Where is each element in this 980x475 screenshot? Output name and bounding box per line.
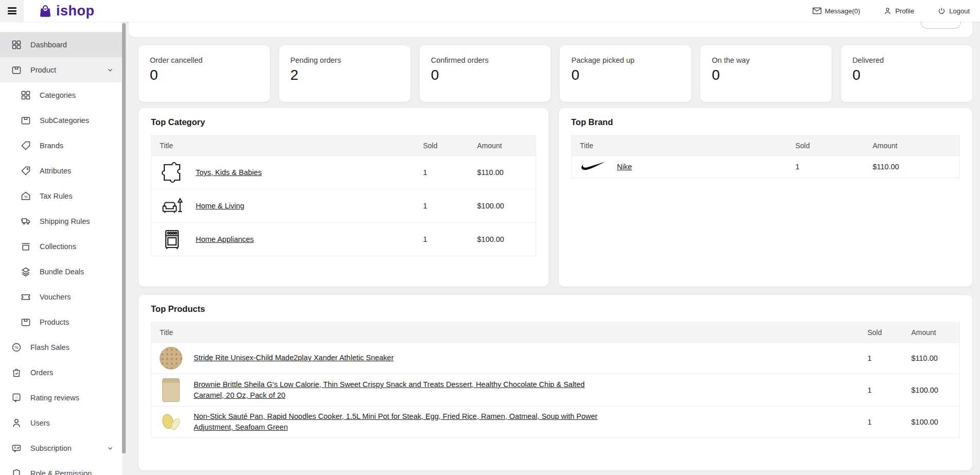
amount-cell: $110.00 <box>903 343 960 374</box>
shopping-bag-icon <box>38 4 53 18</box>
product-image <box>162 378 180 402</box>
stat-value: 0 <box>852 67 961 83</box>
logout-label: Logout <box>949 7 970 15</box>
product-image <box>160 347 182 370</box>
user-icon <box>884 7 891 15</box>
sidebar: Dashboard Product Categories <box>0 22 126 475</box>
table-row: Non-Stick Sauté Pan, Rapid Noodles Cooke… <box>151 407 960 438</box>
sidebar-item-subscription[interactable]: A Subscription <box>0 435 126 461</box>
hamburger-icon <box>8 6 16 16</box>
messages-link[interactable]: Message(0) <box>813 7 861 15</box>
sold-cell: 1 <box>859 343 903 374</box>
sidebar-item-product[interactable]: Product <box>0 57 126 82</box>
profile-label: Profile <box>895 7 914 15</box>
top-products-panel: Top Products Title Sold Amount Stride Ri… <box>139 295 972 470</box>
stat-label: Delivered <box>852 56 961 64</box>
svg-text:☆: ☆ <box>14 395 18 400</box>
sidebar-scrollbar-thumb[interactable] <box>122 23 126 453</box>
puzzle-icon <box>160 160 184 185</box>
column-header-title: Title <box>572 136 787 156</box>
sidebar-item-attributes[interactable]: Attributes <box>0 158 126 183</box>
product-link[interactable]: Brownie Brittle Sheila G's Low Calorie, … <box>194 379 606 401</box>
box-icon <box>11 65 22 75</box>
category-link[interactable]: Home Appliances <box>196 235 254 243</box>
sidebar-label: Brands <box>40 142 63 150</box>
category-link[interactable]: Toys, Kids & Babies <box>196 168 262 177</box>
sidebar-item-orders[interactable]: Orders <box>0 360 126 385</box>
logout-link[interactable]: Logout <box>938 7 970 15</box>
stat-value: 2 <box>290 67 399 83</box>
sidebar-item-tax-rules[interactable]: % Tax Rules <box>0 183 126 208</box>
app-header: ishop Message(0) Profile <box>0 0 980 22</box>
sidebar-scrollbar[interactable] <box>122 22 126 475</box>
brand-logo[interactable]: ishop <box>38 3 95 19</box>
sidebar-item-collections[interactable]: Collections <box>0 234 126 259</box>
amount-cell: $100.00 <box>903 407 960 438</box>
sidebar-item-products[interactable]: Products <box>0 309 126 335</box>
grid-icon <box>21 90 31 100</box>
partial-filter-button[interactable] <box>921 22 961 29</box>
bag-check-icon <box>11 367 22 378</box>
sold-cell: 1 <box>787 156 865 178</box>
sidebar-item-subcategories[interactable]: SubCategories <box>0 108 126 133</box>
sidebar-label: Categories <box>40 91 76 99</box>
sidebar-item-dashboard[interactable]: Dashboard <box>0 32 126 57</box>
sold-cell: 1 <box>415 189 469 223</box>
column-header-sold: Sold <box>859 323 903 343</box>
sidebar-item-bundle-deals[interactable]: Bundle Deals <box>0 259 126 284</box>
brand-name: ishop <box>56 3 95 19</box>
stat-value: 0 <box>431 67 540 83</box>
sidebar-label: Users <box>30 419 50 427</box>
sofa-lamp-icon <box>160 193 184 218</box>
sold-cell: 1 <box>859 407 903 438</box>
sold-cell: 1 <box>415 223 469 256</box>
ticket-icon <box>21 292 31 302</box>
layers-icon <box>21 267 31 277</box>
card-check-icon: A <box>11 443 22 453</box>
sidebar-label: Vouchers <box>40 293 71 301</box>
box-icon <box>21 115 31 126</box>
hamburger-menu-button[interactable] <box>0 0 24 22</box>
sidebar-label: Products <box>40 318 69 326</box>
sidebar-label: Shipping Rules <box>40 217 90 225</box>
stat-card-package-picked-up: Package picked up 0 <box>560 45 691 102</box>
sidebar-item-vouchers[interactable]: Vouchers <box>0 284 126 309</box>
stat-card-confirmed-orders: Confirmed orders 0 <box>420 45 551 102</box>
percent-badge-icon: % <box>11 342 22 353</box>
panel-title: Top Brand <box>571 117 960 127</box>
box-icon <box>21 317 31 327</box>
home-percent-icon: % <box>21 191 31 201</box>
sidebar-label: Subscription <box>30 444 72 452</box>
stat-card-pending-orders: Pending orders 2 <box>279 45 410 102</box>
top-products-table: Title Sold Amount Stride Rite Unisex-Chi… <box>151 322 960 438</box>
stat-label: Package picked up <box>571 56 680 64</box>
profile-link[interactable]: Profile <box>884 7 914 15</box>
stat-card-delivered: Delivered 0 <box>841 45 972 102</box>
sidebar-label: Dashboard <box>30 41 67 49</box>
product-image <box>160 411 182 433</box>
sidebar-label: Orders <box>30 368 53 377</box>
table-row: Nike 1 $110.00 <box>572 156 960 178</box>
sidebar-item-brands[interactable]: Brands <box>0 133 126 158</box>
sold-cell: 1 <box>859 374 903 407</box>
sidebar-item-users[interactable]: Users <box>0 410 126 435</box>
product-link[interactable]: Stride Rite Unisex-Child Made2play Xande… <box>194 353 393 363</box>
sidebar-item-rating-reviews[interactable]: ☆ Rating reviews <box>0 385 126 410</box>
brand-link[interactable]: Nike <box>617 163 632 171</box>
category-link[interactable]: Home & Living <box>196 202 244 210</box>
column-header-title: Title <box>151 323 859 343</box>
sidebar-label: Tax Rules <box>40 192 73 200</box>
sidebar-item-shipping-rules[interactable]: Shipping Rules <box>0 208 126 234</box>
panel-title: Top Products <box>151 304 960 314</box>
sidebar-item-flash-sales[interactable]: % Flash Sales <box>0 335 126 360</box>
sidebar-item-categories[interactable]: Categories <box>0 82 126 108</box>
table-row: Stride Rite Unisex-Child Made2play Xande… <box>151 343 960 374</box>
tag-icon <box>21 140 31 151</box>
product-link[interactable]: Non-Stick Sauté Pan, Rapid Noodles Cooke… <box>194 411 606 433</box>
tag-dot-icon <box>21 166 31 176</box>
amount-cell: $110.00 <box>469 156 536 189</box>
sidebar-label: Flash Sales <box>30 343 70 351</box>
stat-label: Confirmed orders <box>431 56 540 64</box>
sidebar-item-role-permission[interactable]: Role & Permission <box>0 461 126 475</box>
amount-cell: $100.00 <box>469 223 536 256</box>
